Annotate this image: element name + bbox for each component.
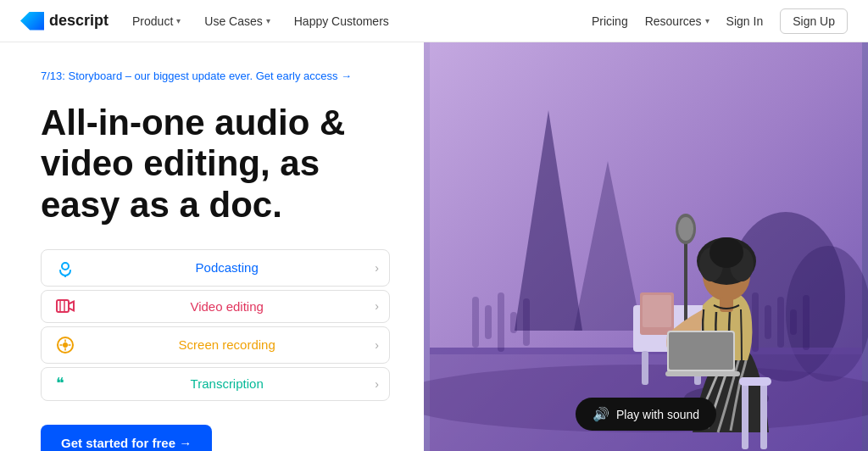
feature-label-transcription: Transcription xyxy=(79,376,375,391)
video-icon xyxy=(52,299,79,313)
arrow-right-icon: › xyxy=(375,261,379,275)
svg-rect-21 xyxy=(752,292,759,352)
svg-rect-2 xyxy=(57,300,69,312)
svg-rect-17 xyxy=(485,305,492,339)
feature-item-video-editing[interactable]: Video editing › xyxy=(41,290,390,323)
svg-rect-45 xyxy=(760,381,767,449)
main-content: 7/13: Storyboard – our biggest update ev… xyxy=(0,42,868,451)
signin-button[interactable]: Sign In xyxy=(726,14,764,28)
podcast-icon xyxy=(52,259,79,277)
svg-rect-24 xyxy=(790,309,797,335)
svg-rect-36 xyxy=(669,332,733,370)
nav-product[interactable]: Product ▾ xyxy=(132,14,181,28)
cta-button[interactable]: Get started for free → xyxy=(41,425,212,451)
logo[interactable]: descript xyxy=(20,12,108,31)
screen-recording-icon xyxy=(52,336,79,354)
feature-item-transcription[interactable]: ❝ Transcription › xyxy=(41,367,390,401)
nav-left: descript Product ▾ Use Cases ▾ Happy Cus… xyxy=(20,12,389,31)
arrow-right-icon: › xyxy=(375,377,379,391)
svg-point-6 xyxy=(63,342,68,348)
nav-right: Pricing Resources ▾ Sign In Sign Up xyxy=(592,8,848,34)
nav-happy-customers[interactable]: Happy Customers xyxy=(294,14,389,28)
hero-title: All-in-one audio & video editing, as eas… xyxy=(41,103,390,226)
logo-icon xyxy=(20,12,44,31)
svg-rect-43 xyxy=(720,297,733,312)
nav-use-cases[interactable]: Use Cases ▾ xyxy=(204,14,270,28)
svg-rect-27 xyxy=(642,351,648,385)
svg-point-33 xyxy=(678,217,693,241)
play-sound-label: Play with sound xyxy=(616,408,699,421)
svg-rect-37 xyxy=(665,371,740,376)
svg-rect-44 xyxy=(742,381,748,449)
svg-rect-19 xyxy=(510,312,517,333)
svg-rect-23 xyxy=(777,297,784,348)
feature-label-screen: Screen recording xyxy=(79,337,375,352)
svg-point-42 xyxy=(709,237,743,268)
announcement-banner[interactable]: 7/13: Storyboard – our biggest update ev… xyxy=(41,70,390,82)
navbar: descript Product ▾ Use Cases ▾ Happy Cus… xyxy=(0,0,868,42)
sound-icon: 🔊 xyxy=(593,406,609,422)
feature-item-podcasting[interactable]: Podcasting › xyxy=(41,249,390,287)
svg-point-0 xyxy=(62,263,69,270)
left-panel: 7/13: Storyboard – our biggest update ev… xyxy=(0,42,424,451)
chevron-down-icon: ▾ xyxy=(266,16,270,25)
svg-rect-30 xyxy=(643,295,671,327)
transcription-icon: ❝ xyxy=(52,376,79,392)
signup-button[interactable]: Sign Up xyxy=(780,8,848,34)
nav-resources[interactable]: Resources ▾ xyxy=(645,14,709,28)
svg-text:❝: ❝ xyxy=(56,376,64,392)
feature-list: Podcasting › Video editing › xyxy=(41,249,390,401)
svg-rect-22 xyxy=(765,305,771,339)
svg-rect-20 xyxy=(523,298,530,346)
feature-label-video: Video editing xyxy=(79,299,375,314)
play-sound-button[interactable]: 🔊 Play with sound xyxy=(576,398,716,431)
feature-label-podcasting: Podcasting xyxy=(79,260,375,275)
hero-scene-svg xyxy=(424,42,868,451)
chevron-down-icon: ▾ xyxy=(705,16,709,25)
arrow-right-icon: › xyxy=(375,299,379,313)
svg-rect-16 xyxy=(472,297,479,348)
feature-item-screen-recording[interactable]: Screen recording › xyxy=(41,326,390,364)
svg-rect-25 xyxy=(803,295,810,350)
svg-rect-46 xyxy=(739,377,771,386)
chevron-down-icon: ▾ xyxy=(176,16,181,25)
nav-pricing[interactable]: Pricing xyxy=(592,14,628,28)
logo-text: descript xyxy=(49,12,108,30)
hero-image: 🔊 Play with sound xyxy=(424,42,868,451)
arrow-right-icon: › xyxy=(375,338,379,352)
right-panel: 🔊 Play with sound xyxy=(424,42,868,451)
svg-rect-18 xyxy=(498,292,504,352)
